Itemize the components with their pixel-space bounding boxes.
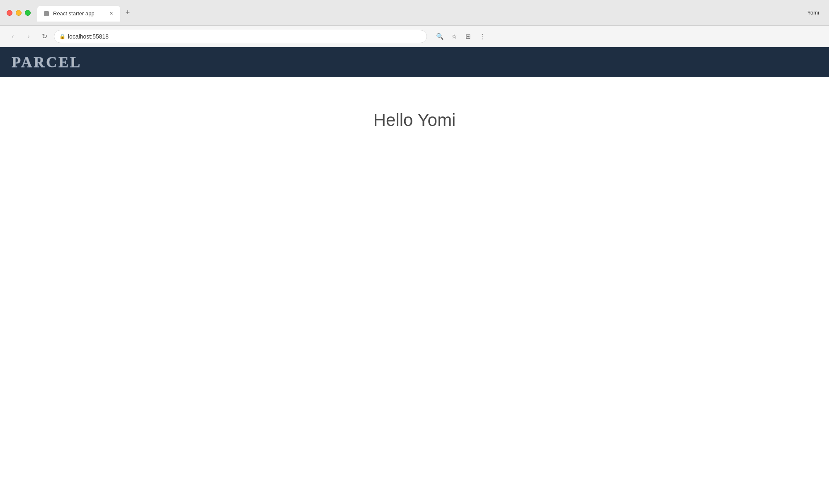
back-button[interactable]: ‹ <box>7 30 19 43</box>
search-button[interactable]: 🔍 <box>434 30 446 43</box>
star-icon: ☆ <box>451 33 457 40</box>
refresh-icon: ↻ <box>42 32 47 40</box>
browser-tab[interactable]: React starter app ✕ <box>37 6 120 22</box>
traffic-lights <box>7 10 31 16</box>
close-button[interactable] <box>7 10 12 16</box>
extensions-icon: ⊞ <box>465 33 471 40</box>
address-text: localhost:55818 <box>68 33 422 40</box>
browser-window: React starter app ✕ + Yomi ‹ › ↻ 🔒 local… <box>0 0 829 504</box>
tab-favicon-icon <box>43 10 50 17</box>
app-content: PARCEL Hello Yomi <box>0 47 829 504</box>
maximize-button[interactable] <box>25 10 31 16</box>
browser-action-icons: 🔍 ☆ ⊞ ⋮ <box>434 30 488 43</box>
forward-button[interactable]: › <box>22 30 35 43</box>
app-logo: PARCEL <box>12 53 82 71</box>
search-icon: 🔍 <box>436 33 444 40</box>
menu-icon: ⋮ <box>479 33 485 40</box>
user-display-name: Yomi <box>807 10 822 16</box>
forward-icon: › <box>27 33 29 40</box>
extensions-button[interactable]: ⊞ <box>462 30 474 43</box>
address-bar[interactable]: 🔒 localhost:55818 <box>54 30 427 43</box>
tab-title: React starter app <box>53 10 104 17</box>
minimize-button[interactable] <box>16 10 22 16</box>
app-main: Hello Yomi <box>0 77 829 504</box>
refresh-button[interactable]: ↻ <box>38 30 51 43</box>
lock-icon: 🔒 <box>59 34 65 39</box>
tab-close-button[interactable]: ✕ <box>108 10 114 17</box>
title-bar: React starter app ✕ + Yomi <box>0 0 829 26</box>
app-navbar: PARCEL <box>0 47 829 77</box>
new-tab-button[interactable]: + <box>122 7 133 19</box>
menu-button[interactable]: ⋮ <box>476 30 488 43</box>
bookmark-button[interactable]: ☆ <box>448 30 460 43</box>
svg-rect-0 <box>44 11 49 16</box>
hello-heading: Hello Yomi <box>373 110 456 130</box>
browser-controls: ‹ › ↻ 🔒 localhost:55818 🔍 ☆ ⊞ ⋮ <box>0 26 829 47</box>
tab-bar: React starter app ✕ + <box>37 4 807 22</box>
back-icon: ‹ <box>12 33 14 40</box>
